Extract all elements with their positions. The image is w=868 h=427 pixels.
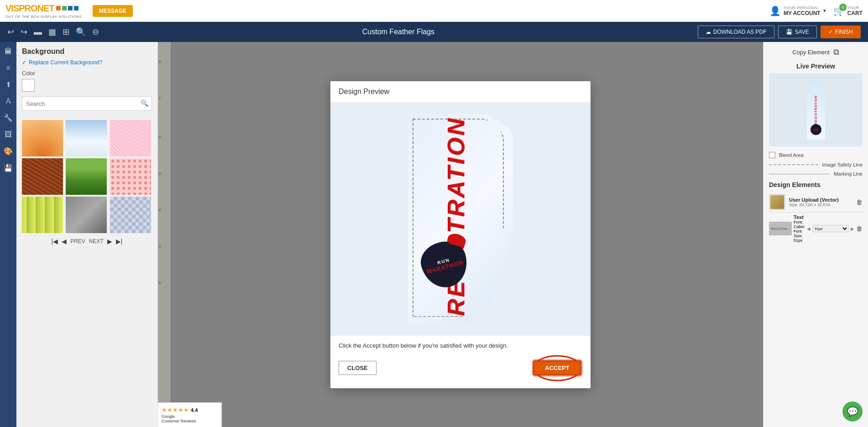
design-elements-title: Design Elements [769, 181, 863, 188]
live-preview-title: Live Preview [769, 62, 863, 70]
next-page-button[interactable]: ▶ [107, 238, 112, 245]
modal-message: Click the Accept button below if you're … [339, 342, 582, 349]
image-safety-row: Image Safety Line [769, 162, 863, 167]
text-font: Font: Cabin [794, 220, 805, 229]
modal-body: REGISTRATION RUN MARATHON [330, 103, 591, 335]
cart-badge: 0 [839, 4, 847, 11]
texture-8[interactable] [66, 197, 107, 233]
first-page-button[interactable]: |◀ [52, 238, 58, 245]
texture-3[interactable] [110, 120, 151, 156]
texture-9[interactable] [110, 197, 151, 233]
flag-text-area: REGISTRATION [408, 128, 513, 324]
minus-icon[interactable]: ▬ [34, 27, 42, 37]
save-button[interactable]: 💾 SAVE [778, 26, 817, 38]
replace-bg-label: Replace Current Background? [29, 59, 102, 66]
zoom-out-icon[interactable]: ⊖ [92, 27, 99, 37]
element-thumb-upload [769, 194, 785, 210]
sidebar-icon-palette[interactable]: 🎨 [2, 145, 15, 157]
grid2-icon[interactable]: ▦ [48, 27, 56, 37]
checkmark-icon: ✓ [22, 59, 26, 66]
delete-element-2-icon[interactable]: 🗑 [856, 225, 863, 232]
bleed-area-checkbox[interactable] [769, 152, 775, 158]
sidebar-icon-tool[interactable]: 🔧 [2, 112, 15, 124]
cart-sublabel: YOUR [847, 5, 863, 10]
dot-4 [74, 6, 78, 10]
account-sublabel: YOUR PERSONAL [784, 5, 821, 10]
dot-3 [68, 6, 73, 10]
redo-icon[interactable]: ↪ [21, 27, 27, 37]
brand-subtitle: OUT OF THE BOX DISPLAY SOLUTIONS [5, 15, 82, 19]
text-preview-label: REGISTRA... [771, 227, 790, 230]
text-element-info: Text Font: Cabin Font Size: 51px [794, 214, 805, 243]
element-size-upload: Size: 20.72in x 16.67in [789, 203, 852, 207]
nav-right: 👤 YOUR PERSONAL MY ACCOUNT ▾ 🛒 0 YOUR CA… [769, 5, 863, 16]
dashed-line [769, 164, 818, 165]
arrow-right-icon[interactable]: ▶ [851, 226, 854, 231]
texture-1[interactable] [22, 120, 63, 156]
live-preview-box: REGISTRATION RUN [769, 73, 863, 146]
texture-6[interactable] [110, 158, 151, 195]
color-swatch[interactable] [22, 79, 35, 92]
texture-4[interactable] [22, 158, 63, 195]
texture-7[interactable] [22, 197, 63, 233]
solid-line [769, 174, 830, 174]
download-pdf-button[interactable]: ☁ DOWNLOAD AS PDF [698, 26, 774, 38]
marathon-logo: RUN MARATHON [422, 242, 467, 287]
arrow-left-icon[interactable]: ◀ [807, 226, 810, 231]
sidebar-icon-text[interactable]: A [4, 95, 13, 107]
upload-thumb-img [770, 195, 784, 209]
sidebar-icon-upload[interactable]: ⬆ [4, 78, 13, 91]
last-page-button[interactable]: ▶| [116, 238, 123, 245]
zoom-in-icon[interactable]: 🔍 [76, 27, 86, 37]
color-label: Color [22, 70, 152, 77]
message-button[interactable]: MESSAGE [93, 5, 133, 17]
font-size-select[interactable]: 51px 48px 54px [812, 225, 849, 232]
rating-value: 4.4 [191, 407, 198, 413]
texture-5[interactable] [66, 158, 107, 195]
chevron-down-icon: ▾ [823, 8, 826, 14]
prev-label: PREV [70, 238, 85, 245]
preview-registration-text: REGISTRATION [814, 95, 817, 125]
toolbar-icons-left: ↩ ↪ ▬ ▦ ⊞ 🔍 ⊖ [7, 27, 99, 37]
marking-line-row: Marking Line [769, 171, 863, 177]
toolbar: ↩ ↪ ▬ ▦ ⊞ 🔍 ⊖ Custom Feather Flags ☁ DOW… [0, 22, 868, 42]
sidebar-icon-lines[interactable]: ≡ [4, 62, 12, 74]
text-thumb: REGISTRA... [769, 222, 792, 235]
grid3-icon[interactable]: ⊞ [63, 27, 69, 37]
logo-area: VISPRONET OUT OF THE BOX DISPLAY SOLUTIO… [5, 3, 133, 19]
sidebar-icon-image[interactable]: 🖼 [3, 129, 14, 141]
copy-element-row: Copy Element ⧉ [769, 47, 863, 57]
save-icon: 💾 [786, 29, 793, 35]
brand-name: VISPRONET [5, 3, 54, 14]
undo-icon[interactable]: ↩ [7, 27, 14, 37]
feather-flag: REGISTRATION RUN MARATHON [408, 114, 513, 324]
search-wrapper: 🔍 [22, 96, 152, 115]
prev-page-button[interactable]: ◀ [62, 238, 67, 245]
texture-2[interactable] [66, 120, 107, 156]
account-label: MY ACCOUNT [784, 10, 821, 16]
panel-title: Background [22, 47, 152, 56]
sidebar-icon-save[interactable]: 💾 [2, 162, 15, 174]
close-button[interactable]: CLOSE [339, 361, 376, 375]
chat-button[interactable]: 💬 [842, 401, 863, 422]
element-info-upload: User Upload (Vector) Size: 20.72in x 16.… [789, 197, 852, 207]
account-nav[interactable]: 👤 YOUR PERSONAL MY ACCOUNT ▾ [769, 5, 826, 16]
right-panel: Copy Element ⧉ Live Preview REGISTRATION… [763, 42, 868, 427]
copy-icon[interactable]: ⧉ [833, 47, 839, 57]
dot-1 [56, 6, 61, 10]
finish-button[interactable]: ✓ FINISH [821, 26, 861, 38]
dot-2 [62, 6, 67, 10]
sidebar-icon-home[interactable]: 🏛 [3, 46, 14, 57]
bleed-area-row: Bleed Area [769, 152, 863, 158]
page-title: Custom Feather Flags [106, 28, 690, 36]
search-input[interactable] [22, 96, 152, 111]
canvas-area: 0' 1' 2' 3' 4' 5' 6' Design Preview [158, 42, 763, 427]
delete-element-1-icon[interactable]: 🗑 [856, 198, 863, 206]
top-navigation: VISPRONET OUT OF THE BOX DISPLAY SOLUTIO… [0, 0, 868, 22]
cart-label: CART [847, 10, 863, 16]
replace-bg-option[interactable]: ✓ Replace Current Background? [22, 59, 152, 66]
next-label: NEXT [89, 238, 104, 245]
cart-nav[interactable]: 🛒 0 YOUR CART [833, 5, 863, 16]
texture-grid [22, 120, 152, 233]
accept-button[interactable]: ACCEPT [533, 360, 581, 375]
